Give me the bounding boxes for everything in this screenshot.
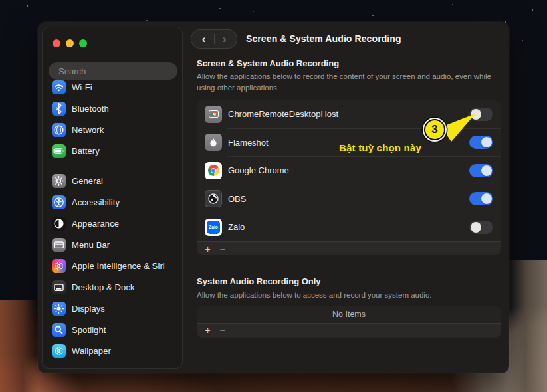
page-title: Screen & System Audio Recording — [246, 33, 401, 44]
sidebar-item-label: Menu Bar — [72, 240, 110, 250]
desktop-dock-icon — [52, 280, 66, 294]
back-icon[interactable]: ‹ — [194, 30, 214, 48]
appearance-icon — [52, 217, 66, 231]
sidebar-item-battery[interactable]: Battery — [43, 140, 182, 161]
sidebar-item-displays[interactable]: Displays — [43, 298, 182, 319]
screen-recording-app-list: ChromeRemoteDesktopHost Flameshot Google… — [197, 100, 501, 255]
minimize-window-button[interactable] — [66, 39, 74, 47]
sidebar-item-general[interactable]: General — [43, 170, 182, 191]
flameshot-icon — [205, 134, 222, 151]
search-input[interactable] — [58, 66, 175, 76]
screen-recording-description: Allow the applications below to record t… — [197, 71, 501, 93]
sidebar-item-label: Accessibility — [72, 197, 120, 207]
sun-icon — [52, 302, 66, 316]
flower-icon — [52, 344, 66, 358]
sidebar-item-label: Wi-Fi — [72, 82, 92, 92]
app-row-chrome-remote-desktop-host[interactable]: ChromeRemoteDesktopHost — [197, 100, 501, 128]
sidebar: Wi-Fi Bluetooth Network — [42, 27, 183, 369]
obs-toggle[interactable] — [469, 192, 493, 205]
sidebar-item-spotlight[interactable]: Spotlight — [43, 319, 182, 340]
flameshot-toggle[interactable] — [469, 136, 493, 149]
system-audio-description: Allow the applications below to access a… — [197, 290, 501, 301]
sidebar-item-accessibility[interactable]: Accessibility — [43, 191, 182, 213]
app-name: Zalo — [228, 222, 463, 232]
gear-icon — [52, 174, 66, 188]
app-row-zalo[interactable]: Zalo Zalo — [197, 213, 501, 241]
add-app-button[interactable]: + — [201, 242, 215, 255]
sidebar-item-label: Network — [72, 125, 104, 135]
add-app-button[interactable]: + — [201, 323, 215, 338]
annotation-label: Bật tuỳ chọn này — [339, 142, 421, 153]
sidebar-item-bluetooth[interactable]: Bluetooth — [43, 98, 182, 119]
rock-right — [507, 260, 547, 392]
chrome-remote-desktop-toggle[interactable] — [469, 108, 493, 121]
sidebar-item-label: Apple Intelligence & Siri — [72, 261, 165, 271]
magnifier-icon — [52, 323, 66, 337]
sidebar-item-label: Wallpaper — [72, 346, 111, 356]
chrome-remote-desktop-icon — [205, 106, 222, 123]
sidebar-item-appearance[interactable]: Appearance — [43, 213, 182, 234]
sidebar-item-label: Spotlight — [72, 325, 106, 335]
sidebar-item-menu-bar[interactable]: Menu Bar — [43, 234, 182, 255]
system-audio-footer: + − — [197, 323, 501, 337]
sidebar-item-label: Appearance — [72, 219, 119, 229]
app-row-google-chrome[interactable]: Google Chrome — [197, 157, 501, 185]
nav-back-forward: ‹ › — [191, 29, 237, 49]
sidebar-item-network[interactable]: Network — [43, 119, 182, 140]
accessibility-icon — [52, 195, 66, 209]
battery-icon — [52, 144, 66, 158]
sidebar-item-wifi[interactable]: Wi-Fi — [43, 80, 182, 98]
sidebar-item-label: Displays — [72, 304, 105, 314]
sidebar-group-gap — [43, 161, 182, 170]
search-field[interactable] — [49, 62, 177, 80]
zoom-window-button[interactable] — [79, 39, 87, 47]
forward-icon[interactable]: › — [215, 30, 235, 48]
app-list-footer: + − — [197, 241, 501, 256]
sidebar-item-label: Bluetooth — [72, 104, 109, 114]
empty-state: No Items — [197, 306, 501, 323]
sidebar-item-label: General — [72, 176, 103, 186]
app-name: ChromeRemoteDesktopHost — [228, 109, 463, 119]
sidebar-item-label: Battery — [72, 146, 100, 156]
sidebar-item-apple-intelligence[interactable]: Apple Intelligence & Siri — [43, 255, 182, 276]
app-name: Google Chrome — [228, 165, 463, 175]
remove-app-button[interactable]: − — [215, 323, 229, 338]
google-chrome-toggle[interactable] — [469, 164, 493, 177]
settings-window: Wi-Fi Bluetooth Network — [38, 22, 509, 373]
remove-app-button[interactable]: − — [215, 242, 229, 255]
system-audio-list: No Items + − — [197, 306, 501, 338]
rock-left — [0, 300, 39, 392]
zalo-toggle[interactable] — [469, 221, 493, 234]
sidebar-item-desktop-dock[interactable]: Desktop & Dock — [43, 276, 182, 298]
starfield — [27, 5, 28, 7]
system-audio-heading: System Audio Recording Only — [197, 276, 321, 286]
menu-bar-icon — [52, 238, 66, 252]
sidebar-item-wallpaper[interactable]: Wallpaper — [43, 340, 182, 361]
obs-icon — [205, 190, 222, 207]
wifi-icon — [52, 80, 66, 94]
bluetooth-icon — [52, 102, 66, 116]
annotation-step-badge: 3 — [424, 119, 445, 140]
zalo-icon: Zalo — [205, 219, 222, 236]
sidebar-item-label: Desktop & Dock — [72, 282, 135, 292]
annotation-step-number: 3 — [431, 123, 437, 136]
app-row-obs[interactable]: OBS — [197, 185, 501, 213]
screen-recording-heading: Screen & System Audio Recording — [197, 58, 339, 68]
apple-intelligence-icon — [52, 259, 66, 273]
close-window-button[interactable] — [53, 39, 60, 47]
traffic-lights — [53, 39, 87, 47]
sidebar-list: Wi-Fi Bluetooth Network — [43, 80, 182, 367]
google-chrome-icon — [205, 162, 222, 179]
app-name: OBS — [228, 194, 463, 204]
globe-icon — [52, 123, 66, 137]
